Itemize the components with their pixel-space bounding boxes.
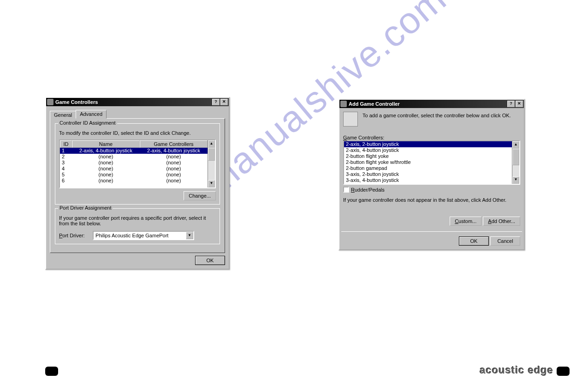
scroll-up-icon[interactable]: ▲ xyxy=(208,140,215,148)
cancel-button[interactable]: Cancel xyxy=(490,236,520,246)
port-driver-label: Port Driver: xyxy=(59,233,91,238)
game-controllers-dialog: Game Controllers ? ✕ General Advanced Co… xyxy=(45,97,230,270)
help-button[interactable]: ? xyxy=(507,101,515,107)
app-icon xyxy=(47,99,53,105)
scroll-up-icon[interactable]: ▲ xyxy=(512,141,519,149)
list-item[interactable]: 3-axis, 4-button joystick xyxy=(344,177,512,183)
tab-advanced[interactable]: Advanced xyxy=(76,110,107,119)
rudder-pedals-checkbox[interactable]: Rudder/Pedals xyxy=(343,187,385,193)
dropdown-value: Philips Acoustic Edge GamePort xyxy=(94,233,186,238)
add-game-controller-dialog: Add Game Controller ? ✕ To add a game co… xyxy=(339,99,525,250)
table-row[interactable]: 3(none)(none) xyxy=(60,160,208,166)
list-item[interactable]: 3-axis, 2-button joystick xyxy=(344,171,512,177)
dialog-hint: To add a game controller, select the con… xyxy=(362,112,520,127)
close-button[interactable]: ✕ xyxy=(516,101,523,107)
ok-button[interactable]: OK xyxy=(459,236,489,246)
title-text: Game Controllers xyxy=(55,99,211,105)
group-hint: To modify the controller ID, select the … xyxy=(59,130,216,136)
list-item[interactable]: 2-button gamepad xyxy=(344,165,512,171)
change-button[interactable]: Change... xyxy=(184,191,216,200)
scrollbar[interactable]: ▲ ▼ xyxy=(208,140,215,187)
checkbox-label: Rudder/Pedals xyxy=(351,187,385,193)
port-driver-group: Port Driver Assignment If your game cont… xyxy=(55,208,220,244)
titlebar[interactable]: Game Controllers ? ✕ xyxy=(46,98,229,106)
scroll-down-icon[interactable]: ▼ xyxy=(512,176,519,184)
table-row[interactable]: 4(none)(none) xyxy=(60,166,208,172)
help-button[interactable]: ? xyxy=(212,99,220,105)
title-text: Add Game Controller xyxy=(349,101,506,107)
list-item[interactable]: 2-axis, 4-button joystick xyxy=(344,147,512,153)
col-name[interactable]: Name xyxy=(72,140,140,148)
titlebar[interactable]: Add Game Controller ? ✕ xyxy=(339,100,524,108)
list-label: Game Controllers: xyxy=(343,135,520,140)
table-row[interactable]: 5(none)(none) xyxy=(60,172,208,178)
footer-logo: acoustic edge xyxy=(480,364,553,376)
page-marker-right xyxy=(557,367,570,376)
col-id[interactable]: ID xyxy=(60,140,72,148)
group-hint: If your game controller port requires a … xyxy=(59,215,216,226)
joystick-icon xyxy=(343,112,358,127)
tab-general[interactable]: General xyxy=(50,111,76,119)
app-icon xyxy=(340,101,347,107)
scroll-thumb[interactable] xyxy=(512,149,519,165)
page-marker-left xyxy=(45,367,58,376)
controller-id-group: Controller ID Assignment To modify the c… xyxy=(55,123,220,205)
group-legend: Controller ID Assignment xyxy=(58,120,117,126)
checkbox-box[interactable] xyxy=(343,187,349,193)
close-button[interactable]: ✕ xyxy=(220,99,228,105)
list-item[interactable]: 2-button flight yoke w/throttle xyxy=(344,159,512,165)
tab-strip: General Advanced xyxy=(50,110,225,119)
group-legend: Port Driver Assignment xyxy=(58,205,113,211)
port-driver-dropdown[interactable]: Philips Acoustic Edge GamePort ▼ xyxy=(93,231,194,240)
col-gc[interactable]: Game Controllers xyxy=(140,140,208,148)
add-other-button[interactable]: Add Other... xyxy=(483,217,520,226)
table-row[interactable]: 6(none)(none) xyxy=(60,178,208,184)
scroll-down-icon[interactable]: ▼ xyxy=(208,180,215,187)
scrollbar[interactable]: ▲ ▼ xyxy=(512,141,519,184)
custom-button[interactable]: Custom... xyxy=(450,217,481,226)
chevron-down-icon[interactable]: ▼ xyxy=(186,232,193,239)
table-row[interactable]: 2(none)(none) xyxy=(60,154,208,160)
scroll-thumb[interactable] xyxy=(208,148,215,161)
table-row[interactable]: 12-axis, 4-button joystick2-axis, 4-butt… xyxy=(60,148,208,154)
controllers-listbox[interactable]: 2-axis, 2-button joystick2-axis, 4-butto… xyxy=(343,140,520,185)
tab-panel: Controller ID Assignment To modify the c… xyxy=(50,118,225,253)
list-item[interactable]: 2-button flight yoke xyxy=(344,153,512,159)
list-item[interactable]: 2-axis, 2-button joystick xyxy=(344,141,512,147)
note-text: If your game controller does not appear … xyxy=(343,197,520,203)
ok-button[interactable]: OK xyxy=(195,256,225,265)
separator xyxy=(341,231,522,232)
controller-listview[interactable]: ID Name Game Controllers 12-axis, 4-butt… xyxy=(59,139,216,188)
